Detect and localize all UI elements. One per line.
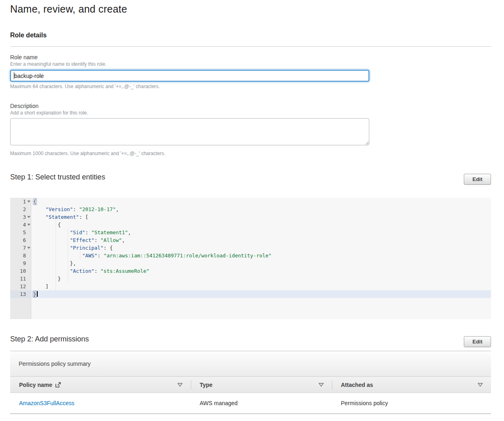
code-line[interactable]: 11 }	[10, 275, 491, 283]
gutter-cell: 5	[10, 229, 31, 236]
active-line-highlight	[10, 290, 491, 298]
line-number: 5	[23, 229, 26, 236]
policy-table-row: AmazonS3FullAccess AWS managed Permissio…	[10, 393, 491, 414]
fold-toggle-icon[interactable]	[27, 247, 30, 249]
gutter-cell: 13	[10, 290, 31, 298]
policy-name-cell: AmazonS3FullAccess	[10, 393, 191, 413]
gutter-cell: 1	[10, 198, 31, 205]
code-text: {	[31, 221, 61, 229]
code-line[interactable]: 4 {	[10, 221, 491, 229]
description-constraint: Maximum 1000 characters. Use alphanumeri…	[10, 151, 165, 156]
code-line[interactable]: 10 "Action": "sts:AssumeRole"	[10, 267, 491, 275]
gutter-cell: 2	[10, 205, 31, 213]
code-line[interactable]: 3 "Statement": [	[10, 213, 491, 221]
fold-toggle-icon[interactable]	[27, 224, 30, 226]
code-line[interactable]: 8 "AWS": "arn:aws:iam::541263489771:role…	[10, 252, 491, 259]
code-line[interactable]: 1{	[10, 198, 491, 205]
trust-policy-json-editor[interactable]: 1{2 "Version": "2012-10-17",3 "Statement…	[10, 198, 491, 319]
gutter-cell: 12	[10, 283, 31, 290]
role-name-label: Role name	[10, 54, 38, 60]
gutter-cell: 3	[10, 213, 31, 221]
permissions-panel-header: Permissions policy summary	[10, 351, 491, 377]
line-number: 12	[20, 283, 26, 290]
line-number: 10	[20, 267, 26, 275]
line-number: 2	[23, 205, 26, 213]
fold-toggle-icon[interactable]	[27, 216, 30, 218]
gutter-cell: 7	[10, 244, 31, 252]
description-label: Description	[10, 103, 39, 109]
permissions-summary-panel: Permissions policy summary Policy name T…	[10, 351, 491, 414]
policy-name-link[interactable]: AmazonS3FullAccess	[19, 400, 74, 406]
column-header-policy-name: Policy name	[10, 377, 191, 393]
description-helper: Add a short explanation for this role.	[10, 110, 88, 116]
step2-heading: Step 2: Add permissions	[10, 335, 89, 343]
code-text: "Statement": [	[31, 213, 88, 221]
policy-table-header: Policy name Type Attached as	[10, 377, 491, 393]
description-textarea[interactable]	[10, 118, 369, 145]
code-text: }	[31, 290, 38, 298]
code-text: "Version": "2012-10-17",	[31, 205, 119, 213]
gutter-cell: 8	[10, 252, 31, 259]
code-text: },	[31, 259, 76, 267]
name-review-create-page: Name, review, and create Role details Ro…	[0, 0, 504, 421]
policy-attached-as-cell: Permissions policy	[332, 393, 491, 413]
code-line[interactable]: 6 "Effect": "Allow",	[10, 236, 491, 244]
code-text: ]	[31, 283, 49, 290]
gutter-cell: 9	[10, 259, 31, 267]
fold-toggle-icon[interactable]	[27, 201, 30, 203]
role-details-divider	[10, 46, 491, 47]
code-text: "Action": "sts:AssumeRole"	[31, 267, 149, 275]
code-line[interactable]: 2 "Version": "2012-10-17",	[10, 205, 491, 213]
step1-edit-button[interactable]: Edit	[464, 174, 491, 185]
code-line[interactable]: 9 },	[10, 259, 491, 267]
code-line[interactable]: 7 "Principal": {	[10, 244, 491, 252]
text-caret	[14, 72, 14, 79]
gutter-cell: 4	[10, 221, 31, 229]
code-text: {	[31, 198, 37, 205]
code-text: }	[31, 275, 61, 283]
line-number: 11	[20, 275, 26, 283]
line-number: 9	[23, 259, 26, 267]
code-text: "Effect": "Allow",	[31, 236, 125, 244]
line-number: 3	[23, 213, 26, 221]
attached-as-filter-dropdown-icon[interactable]	[478, 382, 483, 388]
line-number: 8	[23, 252, 26, 259]
permissions-panel-title: Permissions policy summary	[19, 361, 90, 367]
gutter-cell: 6	[10, 236, 31, 244]
gutter-cell: 11	[10, 275, 31, 283]
policy-type-cell: AWS managed	[191, 393, 332, 413]
code-line[interactable]: 12 ]	[10, 283, 491, 290]
role-details-heading: Role details	[10, 32, 47, 39]
role-name-input-wrap	[10, 70, 369, 82]
step2-edit-button[interactable]: Edit	[464, 336, 491, 347]
column-header-type: Type	[191, 377, 332, 393]
external-link-icon	[55, 382, 61, 388]
code-text: "AWS": "arn:aws:iam::541263489771:role/w…	[31, 252, 271, 259]
line-number: 4	[23, 221, 26, 229]
code-line[interactable]: 13}	[10, 290, 491, 298]
editor-lines: 1{2 "Version": "2012-10-17",3 "Statement…	[10, 198, 491, 298]
code-line[interactable]: 5 "Sid": "Statement1",	[10, 229, 491, 236]
policy-name-filter-dropdown-icon[interactable]	[177, 382, 183, 388]
role-name-helper: Enter a meaningful name to identify this…	[10, 61, 106, 67]
code-text: "Principal": {	[31, 244, 113, 252]
step1-heading: Step 1: Select trusted entities	[10, 173, 105, 181]
column-header-attached-as: Attached as	[332, 377, 491, 393]
line-number: 6	[23, 236, 26, 244]
role-name-constraint: Maximum 64 characters. Use alphanumeric …	[10, 84, 160, 89]
page-title: Name, review, and create	[10, 3, 127, 15]
line-number: 13	[20, 290, 26, 298]
line-number: 1	[23, 198, 26, 205]
role-name-input[interactable]	[10, 70, 369, 82]
code-text: "Sid": "Statement1",	[31, 229, 131, 236]
gutter-cell: 10	[10, 267, 31, 275]
line-number: 7	[23, 244, 26, 252]
type-filter-dropdown-icon[interactable]	[319, 382, 324, 388]
editor-caret	[37, 291, 38, 297]
